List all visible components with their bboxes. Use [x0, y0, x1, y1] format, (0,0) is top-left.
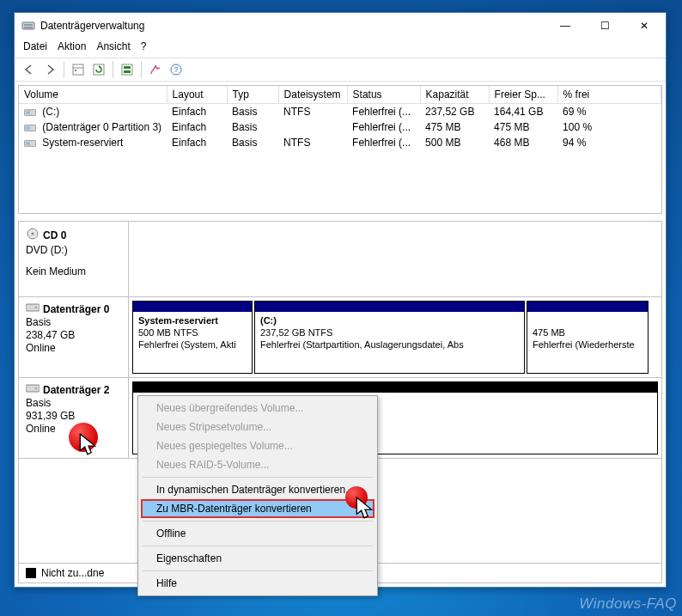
hard-disk-icon	[26, 383, 40, 396]
menu-item-new-mirrored: Neues gespiegeltes Volume...	[141, 436, 374, 455]
table-row[interactable]: System-reserviertEinfachBasisNTFSFehlerf…	[19, 135, 661, 150]
menu-item-help[interactable]: Hilfe	[141, 574, 374, 593]
disk-name: CD 0	[43, 229, 66, 241]
menu-item-offline[interactable]: Offline	[141, 524, 374, 543]
svg-rect-17	[26, 142, 30, 144]
svg-rect-13	[26, 111, 30, 113]
menubar: Datei Aktion Ansicht ?	[15, 39, 666, 58]
toolbar-btn-1[interactable]	[69, 60, 88, 79]
window-title: Datenträgerverwaltung	[40, 20, 144, 32]
help-button[interactable]: ?	[167, 60, 186, 79]
svg-rect-7	[122, 64, 132, 75]
volume-list[interactable]: Volume Layout Typ Dateisystem Status Kap…	[18, 85, 662, 214]
svg-rect-9	[124, 70, 131, 73]
legend-label-unallocated: Nicht zu...dne	[41, 567, 104, 579]
legend-swatch-unallocated	[26, 568, 36, 578]
app-icon	[21, 19, 35, 33]
menu-item-new-spanned: Neues übergreifendes Volume...	[141, 399, 374, 418]
toolbar: ?	[15, 58, 666, 82]
menu-view[interactable]: Ansicht	[96, 40, 130, 52]
watermark: Windows-FAQ	[579, 595, 677, 613]
cursor-icon	[79, 433, 98, 457]
table-row[interactable]: (Datenträger 0 Partition 3)EinfachBasisF…	[19, 119, 661, 135]
svg-rect-22	[26, 385, 40, 392]
volume-list-header[interactable]: Volume Layout Typ Dateisystem Status Kap…	[19, 86, 661, 104]
titlebar: Datenträgerverwaltung — ☐ ✕	[15, 13, 666, 39]
context-menu: Neues übergreifendes Volume... Neues Str…	[137, 395, 378, 596]
cursor-icon	[356, 497, 374, 521]
svg-rect-8	[124, 66, 131, 69]
svg-point-19	[32, 233, 34, 235]
maximize-button[interactable]: ☐	[585, 13, 624, 39]
svg-rect-15	[26, 126, 30, 129]
disk-name: Datenträger 2	[43, 384, 109, 396]
back-button[interactable]	[20, 60, 39, 79]
table-row[interactable]: (C:)EinfachBasisNTFSFehlerfrei (...237,5…	[19, 104, 661, 120]
menu-item-new-raid5: Neues RAID-5-Volume...	[141, 455, 374, 474]
menu-file[interactable]: Datei	[23, 40, 47, 52]
toolbar-btn-3[interactable]	[118, 60, 137, 79]
partition-c[interactable]: (C:) 237,52 GB NTFS Fehlerfrei (Startpar…	[254, 301, 525, 374]
close-button[interactable]: ✕	[624, 13, 664, 39]
menu-item-convert-mbr[interactable]: Zu MBR-Datenträger konvertieren	[141, 499, 374, 518]
optical-disc-icon	[26, 227, 40, 243]
menu-item-new-striped: Neues Stripesetvolume...	[141, 418, 374, 436]
hard-disk-icon	[26, 302, 40, 315]
svg-rect-1	[24, 24, 33, 26]
menu-item-convert-dynamic[interactable]: In dynamischen Datenträger konvertieren.…	[141, 480, 374, 499]
refresh-button[interactable]	[89, 60, 108, 79]
svg-rect-3	[73, 64, 83, 75]
menu-item-properties[interactable]: Eigenschaften	[141, 549, 374, 568]
minimize-button[interactable]: —	[545, 13, 585, 39]
partition-system-reserved[interactable]: System-reserviert 500 MB NTFS Fehlerfrei…	[132, 301, 253, 374]
partition-recovery[interactable]: 475 MB Fehlerfrei (Wiederherste	[527, 301, 649, 374]
svg-point-21	[35, 307, 37, 308]
disk-row-cd0[interactable]: CD 0 DVD (D:) Kein Medium	[19, 222, 661, 297]
disk-row-0[interactable]: Datenträger 0 Basis 238,47 GB Online Sys…	[19, 297, 661, 378]
toolbar-btn-4[interactable]	[146, 60, 165, 79]
svg-text:?: ?	[174, 65, 178, 74]
svg-point-23	[35, 387, 37, 389]
svg-rect-20	[26, 304, 40, 311]
disk-name: Datenträger 0	[43, 303, 109, 315]
forward-button[interactable]	[40, 60, 59, 79]
menu-action[interactable]: Aktion	[58, 40, 86, 52]
svg-rect-2	[24, 27, 33, 28]
svg-rect-5	[75, 70, 76, 71]
menu-help[interactable]: ?	[141, 40, 147, 52]
